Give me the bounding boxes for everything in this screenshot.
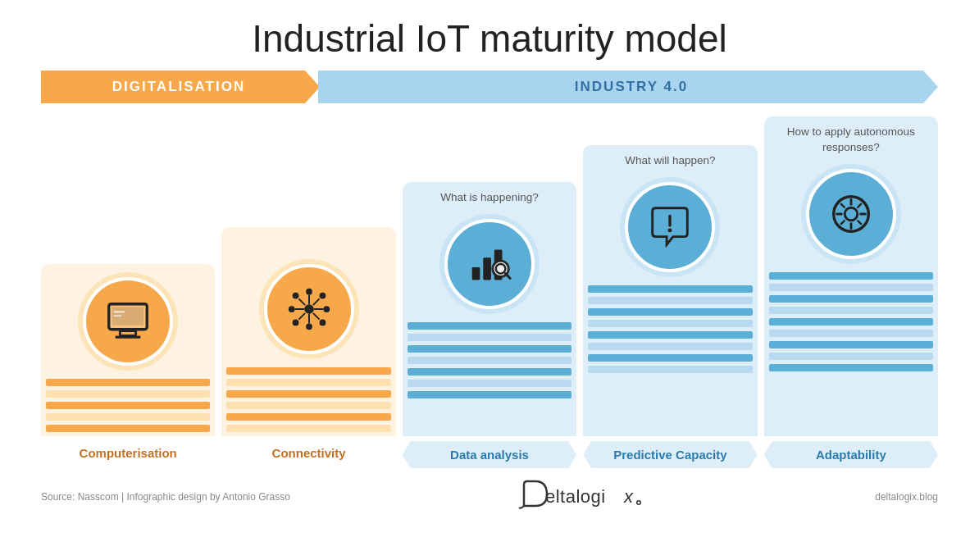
col-data-analysis-inner: What is happening? [403,182,576,436]
data-analysis-question: What is happening? [434,182,544,206]
col-adaptability-inner: How to apply autonomous responses? [764,116,938,436]
svg-line-39 [858,221,861,224]
predictive-capacity-question: What will happen? [618,145,722,169]
col-adaptability: How to apply autonomous responses? [764,116,938,436]
svg-point-12 [292,293,298,299]
svg-line-38 [841,204,845,207]
logo-svg: eltalogi x [517,478,649,509]
alert-chat-icon [644,202,695,253]
label-connectivity: Connectivity [221,441,395,468]
svg-rect-25 [483,257,491,280]
computer-icon [102,296,153,347]
maturity-columns: What is happening? [16,116,963,436]
label-predictive-capacity: Predictive Capacity [583,441,757,468]
svg-line-20 [298,298,305,305]
footer-source: Source: Nasscom | Infographic design by … [41,491,290,503]
predictive-capacity-icon-circle [625,182,715,272]
connectivity-icon-circle [264,264,354,354]
col-predictive-capacity-inner: What will happen? [583,145,757,436]
col3-stripes [403,317,576,403]
svg-point-8 [306,289,312,295]
computerisation-icon-circle [83,277,173,366]
page-title: Industrial IoT maturity model [16,16,963,61]
footer: Source: Nasscom | Infographic design by … [16,471,963,515]
col4-stripes [583,280,757,377]
label-computerisation: Computerisation [41,441,215,468]
network-icon [284,284,335,335]
svg-point-7 [304,304,314,314]
svg-line-29 [505,274,510,279]
data-analysis-icon-circle [444,219,535,309]
col-predictive-capacity: What will happen? [583,145,757,436]
col1-stripes [41,374,215,436]
svg-point-45 [637,502,640,504]
col5-stripes [764,267,938,376]
svg-point-15 [319,320,326,326]
col-data-analysis: What is happening? [403,182,576,436]
page: Industrial IoT maturity model DIGITALISA… [0,0,979,560]
label-data-analysis: Data analysis [403,441,576,468]
col2-stripes [221,362,395,436]
adaptability-icon-circle [806,169,896,259]
banners-row: DIGITALISATION INDUSTRY 4.0 [16,71,963,103]
industry-banner: INDUSTRY 4.0 [318,71,938,103]
svg-point-33 [845,207,858,221]
svg-point-13 [319,293,326,299]
col-connectivity-inner [221,227,395,436]
label-adaptability: Adaptability [764,441,938,468]
settings-icon [826,189,877,239]
svg-text:x: x [623,486,634,507]
digitalisation-banner: DIGITALISATION [41,71,320,103]
analytics-icon [464,239,515,289]
svg-line-41 [841,221,845,224]
svg-rect-24 [472,267,480,280]
svg-line-21 [312,298,319,305]
svg-point-9 [306,323,312,330]
footer-website: deltalogix.blog [875,491,938,503]
deltalogix-logo: eltalogi x [517,478,649,515]
svg-line-23 [312,313,319,320]
svg-rect-2 [116,335,141,338]
svg-line-40 [858,204,861,207]
svg-rect-1 [121,331,136,336]
col-connectivity [221,227,395,436]
col-computerisation [41,264,215,436]
adaptability-question: How to apply autonomous responses? [764,116,938,156]
svg-point-31 [668,228,672,232]
column-labels: Computerisation Connectivity Data analys… [16,441,963,468]
svg-point-14 [292,320,298,326]
svg-text:eltalogi: eltalogi [545,486,606,507]
svg-line-22 [298,313,305,320]
col-computerisation-inner [41,264,215,436]
svg-point-11 [323,306,330,312]
svg-point-10 [288,306,294,312]
